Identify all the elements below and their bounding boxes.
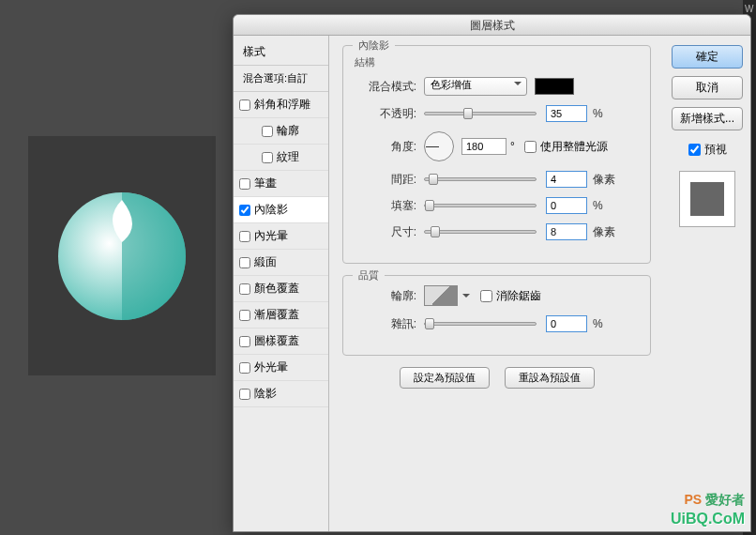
opacity-slider[interactable] (424, 112, 537, 115)
noise-label: 雜訊: (355, 316, 416, 332)
new-style-button[interactable]: 新增樣式... (672, 107, 743, 130)
settings-panel: 內陰影 結構 混合模式: 色彩增值 不透明: % 角度: (329, 36, 664, 531)
style-label: 陰影 (254, 386, 277, 402)
preview-swatch (690, 182, 724, 216)
style-checkbox[interactable] (239, 205, 250, 216)
style-item-11[interactable]: 陰影 (234, 381, 328, 407)
contour-picker[interactable] (424, 285, 458, 306)
contour-label: 輪廓: (355, 288, 416, 304)
distance-unit: 像素 (593, 172, 615, 188)
blend-mode-label: 混合模式: (355, 79, 416, 95)
style-label: 內光暈 (254, 228, 288, 244)
global-light-checkbox[interactable]: 使用整體光源 (524, 139, 608, 155)
preview-box (679, 171, 735, 227)
shadow-color-swatch[interactable] (535, 78, 574, 95)
style-item-1[interactable]: 輪廓 (234, 118, 328, 145)
antialias-checkbox[interactable]: 消除鋸齒 (480, 288, 541, 304)
styles-header[interactable]: 樣式 (234, 39, 328, 66)
size-unit: 像素 (593, 224, 615, 240)
style-checkbox[interactable] (239, 99, 250, 111)
style-item-9[interactable]: 圖樣覆蓋 (234, 329, 328, 355)
style-item-2[interactable]: 紋理 (234, 145, 328, 171)
layer-style-dialog: 圖層樣式 樣式 混合選項:自訂 斜角和浮雕輪廓紋理筆畫內陰影內光暈緞面顏色覆蓋漸… (233, 14, 751, 532)
style-item-8[interactable]: 漸層覆蓋 (234, 302, 328, 329)
choke-slider[interactable] (424, 204, 537, 207)
angle-label: 角度: (355, 139, 416, 155)
style-item-10[interactable]: 外光暈 (234, 355, 328, 381)
style-checkbox[interactable] (239, 231, 250, 242)
opacity-label: 不透明: (355, 106, 416, 122)
angle-dial[interactable] (424, 131, 454, 161)
dialog-title: 圖層樣式 (234, 15, 750, 36)
noise-slider[interactable] (424, 322, 537, 326)
style-checkbox[interactable] (239, 310, 250, 321)
inner-shadow-fieldset: 內陰影 結構 混合模式: 色彩增值 不透明: % 角度: (342, 45, 651, 264)
style-label: 緞面 (254, 254, 277, 270)
style-label: 外光暈 (254, 359, 288, 375)
style-item-7[interactable]: 顏色覆蓋 (234, 276, 328, 302)
choke-input[interactable] (546, 197, 587, 214)
canvas-artwork (56, 191, 188, 322)
styles-list-panel: 樣式 混合選項:自訂 斜角和浮雕輪廓紋理筆畫內陰影內光暈緞面顏色覆蓋漸層覆蓋圖樣… (234, 36, 329, 531)
style-checkbox[interactable] (239, 336, 250, 347)
style-label: 筆畫 (254, 176, 277, 191)
noise-input[interactable] (546, 315, 587, 332)
style-label: 圖樣覆蓋 (254, 333, 299, 349)
style-label: 顏色覆蓋 (254, 281, 299, 297)
style-label: 斜角和浮雕 (254, 97, 310, 113)
ok-button[interactable]: 確定 (672, 45, 743, 69)
style-label: 紋理 (277, 149, 299, 165)
style-checkbox[interactable] (262, 152, 273, 163)
reset-default-button[interactable]: 重設為預設值 (505, 367, 595, 389)
style-item-3[interactable]: 筆畫 (234, 171, 328, 197)
section-title: 內陰影 (353, 38, 395, 53)
style-item-6[interactable]: 緞面 (234, 250, 328, 276)
quality-fieldset: 品質 輪廓: 消除鋸齒 雜訊: % (342, 275, 651, 356)
style-label: 輪廓 (277, 123, 299, 139)
distance-input[interactable] (546, 171, 587, 188)
blending-options[interactable]: 混合選項:自訂 (234, 66, 328, 92)
angle-input[interactable] (461, 138, 507, 155)
style-checkbox[interactable] (262, 126, 273, 137)
style-label: 內陰影 (254, 202, 288, 218)
watermark-bottom: UiBQ.CoM (671, 511, 745, 527)
opacity-unit: % (593, 107, 603, 120)
style-item-4[interactable]: 內陰影 (234, 197, 328, 223)
opacity-input[interactable] (546, 105, 587, 122)
watermark-top: PS 愛好者 (684, 492, 745, 509)
angle-unit: ° (510, 140, 515, 153)
structure-title: 結構 (355, 55, 639, 69)
make-default-button[interactable]: 設定為預設值 (400, 367, 490, 389)
choke-unit: % (593, 199, 603, 212)
size-label: 尺寸: (355, 224, 416, 240)
choke-label: 填塞: (355, 198, 416, 214)
style-checkbox[interactable] (239, 257, 250, 268)
preview-checkbox[interactable]: 預視 (688, 142, 727, 158)
dialog-right-panel: 確定 取消 新增樣式... 預視 (664, 36, 750, 531)
size-input[interactable] (546, 223, 587, 240)
style-item-5[interactable]: 內光暈 (234, 223, 328, 250)
distance-slider[interactable] (424, 177, 537, 181)
style-item-0[interactable]: 斜角和浮雕 (234, 92, 328, 118)
style-checkbox[interactable] (239, 389, 250, 400)
style-label: 漸層覆蓋 (254, 307, 299, 323)
style-checkbox[interactable] (239, 283, 250, 295)
quality-title: 品質 (353, 268, 385, 283)
noise-unit: % (593, 317, 603, 330)
cancel-button[interactable]: 取消 (672, 76, 743, 99)
canvas-area (28, 136, 216, 375)
size-slider[interactable] (424, 230, 537, 234)
distance-label: 間距: (355, 172, 416, 188)
style-checkbox[interactable] (239, 178, 250, 190)
blend-mode-select[interactable]: 色彩增值 (424, 77, 527, 96)
style-checkbox[interactable] (239, 362, 250, 374)
